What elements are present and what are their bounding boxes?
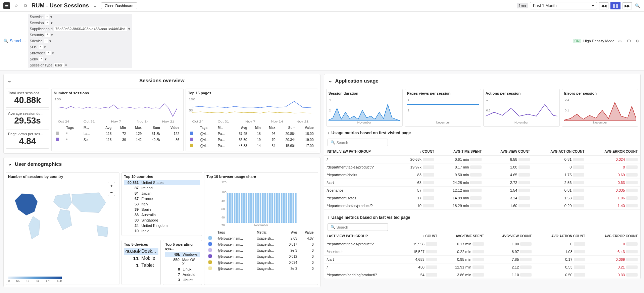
svg-rect-27 bbox=[246, 193, 247, 223]
svg-rect-39 bbox=[274, 193, 276, 223]
table-row[interactable]: /checkout 15,527 0.22 min 8.97 1.03 6e-3 bbox=[324, 248, 641, 256]
filter-pill[interactable]: $service*▾ bbox=[28, 14, 132, 20]
list-item[interactable]: 40,361United States bbox=[124, 180, 200, 185]
last-visited-search[interactable]: 🔍Search bbox=[328, 223, 388, 231]
gear-icon[interactable]: ⚙ bbox=[634, 38, 641, 44]
svg-rect-47 bbox=[293, 193, 294, 223]
list-item[interactable]: 67France bbox=[124, 196, 200, 201]
svg-rect-36 bbox=[267, 193, 268, 223]
svg-rect-28 bbox=[248, 193, 250, 223]
sessions-overview-title: Sessions overview bbox=[139, 78, 184, 83]
svg-rect-23 bbox=[236, 193, 238, 223]
top-countries-title: Top 10 countries bbox=[124, 175, 200, 179]
svg-rect-38 bbox=[271, 193, 273, 223]
svg-text:Nov 7: Nov 7 bbox=[111, 120, 121, 123]
table-row[interactable]: /department/tables/product/? 19.97k 0.17… bbox=[324, 163, 641, 171]
list-item[interactable]: 3Ubuntu bbox=[165, 277, 200, 283]
hd-label: High Density Mode bbox=[583, 39, 614, 43]
arrow-up-icon: ↑ bbox=[328, 215, 330, 220]
svg-text:Nov 7: Nov 7 bbox=[245, 120, 255, 123]
stat-card: Average session du...29.53s bbox=[6, 109, 49, 128]
menu-icon[interactable]: ☰ bbox=[3, 2, 10, 9]
list-item[interactable]: 87Ireland bbox=[124, 185, 200, 191]
filter-pill[interactable]: $device*▾ bbox=[28, 38, 132, 44]
table-row[interactable]: /cart 4,653 0.95 min 7.85 0.17 0.069 bbox=[324, 256, 641, 263]
top-devices-title: Top 5 devices bbox=[124, 242, 158, 246]
zoom-in-button[interactable]: + bbox=[108, 182, 115, 189]
list-item[interactable]: 24United Kingdom bbox=[124, 223, 200, 228]
list-item[interactable]: 84Japan bbox=[124, 191, 200, 196]
list-item[interactable]: 30Singapore bbox=[124, 217, 200, 223]
star-icon[interactable]: ☆ bbox=[13, 2, 19, 9]
filter-pill[interactable]: $sessionTypeuser▾ bbox=[28, 62, 132, 68]
svg-text:Nov 21: Nov 21 bbox=[162, 120, 174, 123]
filter-pill[interactable]: $browser*▾ bbox=[28, 50, 132, 56]
svg-rect-30 bbox=[253, 193, 254, 223]
layout-icon[interactable]: ⧉ bbox=[22, 2, 29, 9]
monitor-icon[interactable]: 🖵 bbox=[625, 38, 632, 44]
list-item[interactable]: 10India bbox=[124, 228, 200, 234]
arrow-down-icon: ↓ bbox=[328, 131, 330, 135]
table-row[interactable]: /department/tables/product/? 19,958 0.17… bbox=[324, 240, 641, 248]
time-forward-button[interactable]: ▶▶ bbox=[623, 2, 632, 9]
svg-text:40: 40 bbox=[221, 216, 225, 219]
filter-pill[interactable]: $OS*▾ bbox=[28, 44, 132, 50]
clone-dashboard-button[interactable]: Clone Dashboard bbox=[101, 2, 137, 9]
svg-text:Oct 31: Oct 31 bbox=[84, 120, 95, 123]
filter-pill[interactable]: $country*▾ bbox=[28, 32, 132, 38]
stat-card: Total user sessions40.88k bbox=[6, 89, 49, 108]
svg-rect-26 bbox=[243, 193, 245, 223]
time-range-select[interactable]: Past 1 Month ▾ bbox=[530, 2, 597, 9]
svg-text:100: 100 bbox=[189, 98, 195, 101]
list-item[interactable]: 33Australia bbox=[124, 212, 200, 217]
svg-text:60: 60 bbox=[221, 207, 225, 211]
num-sessions-title: Number of sessions bbox=[54, 91, 181, 95]
table-row[interactable]: /department/chairs 83 9.50 min 4.65 1.75… bbox=[324, 171, 641, 179]
app-usage-title: Application usage bbox=[335, 78, 379, 84]
search-icon[interactable]: 🔍 bbox=[634, 2, 641, 9]
chevron-down-icon[interactable]: ⌄ bbox=[7, 78, 12, 84]
list-item[interactable]: 40.86kDesk... bbox=[124, 248, 158, 255]
list-item[interactable]: 7Android bbox=[165, 272, 200, 277]
hd-on-badge: ON bbox=[573, 39, 581, 43]
app-usage-card: Actions per session 1 0.5 November bbox=[483, 89, 560, 127]
chevron-down-icon: ▾ bbox=[592, 3, 594, 8]
filter-pill[interactable]: $version*▾ bbox=[28, 20, 132, 26]
table-row[interactable]: /department/sofas/product/? 10 18.29 min… bbox=[324, 202, 641, 210]
list-item[interactable]: 53Italy bbox=[124, 201, 200, 207]
table-row[interactable]: / 20.63k 0.61 min 8.58 0.81 0.024 bbox=[324, 156, 641, 163]
table-row[interactable]: /scenarios 57 12.12 min 1.54 0.81 0.035 bbox=[324, 187, 641, 194]
table-row[interactable]: /cart 68 24.28 min 2.72 2.56 0.63 bbox=[324, 179, 641, 187]
search-icon: 🔍 bbox=[331, 140, 335, 145]
table-row[interactable]: / 430 12.91 min 2.12 0.53 0.21 bbox=[324, 263, 641, 271]
chevron-down-icon[interactable]: ⌄ bbox=[8, 161, 12, 167]
svg-text:Oct 31: Oct 31 bbox=[218, 120, 229, 123]
chevron-down-icon[interactable]: ⌄ bbox=[328, 78, 333, 84]
svg-rect-44 bbox=[286, 193, 287, 223]
table-row[interactable]: /department/sofas 17 14.99 min 3.24 1.53… bbox=[324, 194, 641, 202]
first-visited-search[interactable]: 🔍Search bbox=[328, 139, 388, 146]
filter-pill[interactable]: $applicationId75d50c62-8b66-403c-a453-aa… bbox=[28, 26, 132, 32]
svg-text:Oct 24: Oct 24 bbox=[192, 120, 204, 123]
list-item[interactable]: 11Mobile bbox=[124, 255, 158, 262]
svg-rect-19 bbox=[227, 193, 229, 223]
svg-rect-33 bbox=[260, 193, 261, 223]
svg-rect-35 bbox=[264, 193, 266, 223]
table-row[interactable]: /department/bedding/product/? 54 3.86 mi… bbox=[324, 271, 641, 279]
time-preset-pill[interactable]: 1mo bbox=[517, 3, 528, 8]
list-item[interactable]: 40kWindows bbox=[165, 252, 200, 257]
time-back-button[interactable]: ◀◀ bbox=[599, 2, 608, 9]
chevron-down-icon[interactable]: ⌄ bbox=[92, 2, 98, 9]
zoom-out-button[interactable]: − bbox=[108, 189, 115, 196]
search-link[interactable]: 🔍 Search... bbox=[3, 39, 26, 43]
pause-button[interactable]: ❚❚ bbox=[610, 2, 621, 9]
filter-pill[interactable]: $env*▾ bbox=[28, 56, 132, 62]
list-item[interactable]: 1Tablet bbox=[124, 262, 158, 269]
list-item[interactable]: 8Linux bbox=[165, 266, 200, 272]
svg-rect-45 bbox=[288, 193, 290, 223]
user-demographics-title: User demographics bbox=[15, 161, 62, 167]
list-item[interactable]: 850Mac OS X bbox=[165, 257, 200, 266]
svg-rect-25 bbox=[241, 193, 243, 223]
list-item[interactable]: 39Spain bbox=[124, 207, 200, 212]
tv-icon[interactable]: ▭ bbox=[616, 38, 623, 44]
